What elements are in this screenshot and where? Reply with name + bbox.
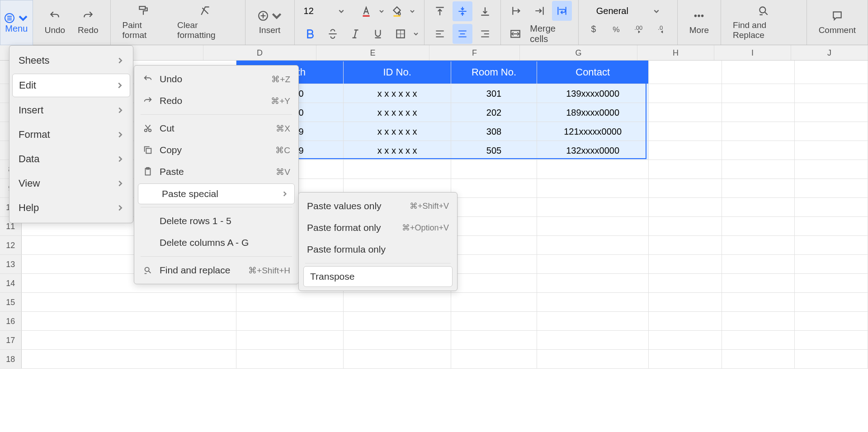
main-menu-item-sheets[interactable]: Sheets bbox=[9, 48, 133, 73]
table-cell[interactable] bbox=[236, 350, 344, 368]
table-header-cell[interactable]: Contact bbox=[537, 61, 649, 84]
table-cell[interactable] bbox=[649, 274, 722, 292]
find-replace-button[interactable]: Find and Replace bbox=[726, 0, 801, 45]
table-cell[interactable] bbox=[649, 331, 722, 349]
table-cell[interactable] bbox=[649, 350, 722, 368]
menu-paste[interactable]: Paste ⌘V bbox=[134, 161, 298, 183]
table-cell[interactable] bbox=[537, 179, 649, 197]
wrap-clip-button[interactable] bbox=[529, 1, 549, 21]
valign-top-button[interactable] bbox=[430, 1, 450, 21]
italic-button[interactable] bbox=[345, 24, 365, 44]
table-cell[interactable] bbox=[451, 160, 537, 178]
table-cell[interactable] bbox=[649, 293, 722, 311]
table-cell[interactable] bbox=[795, 217, 868, 235]
table-cell[interactable] bbox=[451, 350, 537, 368]
table-cell[interactable]: x x x x x x bbox=[344, 103, 451, 122]
main-menu-item-data[interactable]: Data bbox=[9, 147, 133, 171]
fill-color-button[interactable] bbox=[387, 1, 407, 21]
table-cell[interactable] bbox=[537, 312, 649, 330]
insert-button[interactable]: Insert bbox=[251, 0, 289, 45]
strikethrough-button[interactable] bbox=[323, 24, 343, 44]
row-header[interactable]: 17 bbox=[0, 331, 22, 349]
menu-button[interactable]: Menu bbox=[0, 0, 33, 45]
table-header-cell[interactable]: Room No. bbox=[451, 61, 537, 84]
table-cell[interactable] bbox=[795, 350, 868, 368]
percent-button[interactable]: % bbox=[607, 19, 627, 39]
underline-button[interactable] bbox=[368, 24, 388, 44]
table-cell[interactable]: x x x x x x bbox=[344, 122, 451, 141]
main-menu-item-edit[interactable]: Edit bbox=[12, 74, 130, 97]
table-cell[interactable] bbox=[451, 293, 537, 311]
table-cell[interactable] bbox=[649, 179, 722, 197]
table-cell[interactable] bbox=[537, 255, 649, 273]
table-cell[interactable] bbox=[722, 217, 795, 235]
menu-delete-columns[interactable]: Delete columns A - G bbox=[134, 232, 298, 254]
table-cell[interactable] bbox=[722, 274, 795, 292]
table-cell[interactable] bbox=[451, 198, 537, 216]
table-cell[interactable]: 189xxxx0000 bbox=[537, 103, 649, 122]
currency-button[interactable]: $ bbox=[584, 19, 604, 39]
column-header[interactable]: F bbox=[429, 45, 520, 60]
table-cell[interactable] bbox=[537, 236, 649, 254]
table-cell[interactable] bbox=[795, 160, 868, 178]
table-cell[interactable] bbox=[649, 160, 722, 178]
row-header[interactable]: 15 bbox=[0, 293, 22, 311]
table-cell[interactable] bbox=[451, 312, 537, 330]
chevron-down-icon[interactable] bbox=[379, 9, 384, 14]
table-cell[interactable]: 121xxxxx0000 bbox=[537, 122, 649, 141]
table-cell[interactable] bbox=[537, 350, 649, 368]
menu-copy[interactable]: Copy ⌘C bbox=[134, 139, 298, 161]
table-cell[interactable] bbox=[649, 312, 722, 330]
table-cell[interactable] bbox=[722, 236, 795, 254]
align-left-button[interactable] bbox=[430, 24, 450, 44]
table-cell[interactable] bbox=[795, 198, 868, 216]
table-cell[interactable] bbox=[722, 198, 795, 216]
main-menu-item-insert[interactable]: Insert bbox=[9, 98, 133, 122]
column-header[interactable]: H bbox=[637, 45, 714, 60]
column-header[interactable]: G bbox=[520, 45, 637, 60]
table-cell[interactable] bbox=[722, 293, 795, 311]
table-cell[interactable] bbox=[795, 255, 868, 273]
table-cell[interactable] bbox=[649, 255, 722, 273]
valign-middle-button[interactable] bbox=[453, 1, 472, 21]
wrap-overflow-button[interactable] bbox=[507, 1, 527, 21]
number-format-select[interactable]: General bbox=[596, 6, 660, 16]
main-menu-item-view[interactable]: View bbox=[9, 171, 133, 196]
table-cell[interactable] bbox=[722, 160, 795, 178]
table-cell[interactable] bbox=[451, 217, 537, 235]
table-cell[interactable] bbox=[537, 293, 649, 311]
align-center-button[interactable] bbox=[453, 24, 472, 44]
row-header[interactable]: 16 bbox=[0, 312, 22, 330]
table-cell[interactable] bbox=[451, 274, 537, 292]
table-cell[interactable] bbox=[722, 255, 795, 273]
table-cell[interactable] bbox=[236, 331, 344, 349]
menu-find-replace[interactable]: Find and replace ⌘+Shift+H bbox=[134, 259, 298, 281]
table-cell[interactable] bbox=[344, 160, 451, 178]
table-cell[interactable] bbox=[236, 312, 344, 330]
borders-button[interactable] bbox=[391, 24, 410, 44]
column-header[interactable]: J bbox=[791, 45, 868, 60]
chevron-down-icon[interactable] bbox=[410, 9, 415, 14]
table-cell[interactable]: 202 bbox=[451, 103, 537, 122]
menu-transpose[interactable]: Transpose bbox=[303, 266, 453, 287]
column-header[interactable]: I bbox=[714, 45, 791, 60]
paint-format-button[interactable]: Paint format bbox=[116, 0, 171, 45]
menu-redo[interactable]: Redo ⌘+Y bbox=[134, 90, 298, 112]
table-cell[interactable] bbox=[795, 274, 868, 292]
table-cell[interactable] bbox=[344, 312, 451, 330]
menu-cut[interactable]: Cut ⌘X bbox=[134, 117, 298, 139]
table-cell[interactable]: 132xxxx0000 bbox=[537, 141, 649, 160]
comment-button[interactable]: Comment bbox=[812, 0, 862, 45]
bold-button[interactable] bbox=[300, 24, 320, 44]
table-cell[interactable] bbox=[451, 179, 537, 197]
table-cell[interactable] bbox=[649, 217, 722, 235]
menu-delete-rows[interactable]: Delete rows 1 - 5 bbox=[134, 210, 298, 232]
chevron-down-icon[interactable] bbox=[413, 31, 419, 37]
table-cell[interactable] bbox=[236, 293, 344, 311]
table-cell[interactable] bbox=[795, 179, 868, 197]
table-cell[interactable] bbox=[537, 217, 649, 235]
table-cell[interactable] bbox=[795, 331, 868, 349]
table-header-cell[interactable]: ID No. bbox=[344, 61, 451, 84]
menu-paste-values[interactable]: Paste values only ⌘+Shift+V bbox=[299, 195, 457, 217]
column-header[interactable]: D bbox=[203, 45, 316, 60]
